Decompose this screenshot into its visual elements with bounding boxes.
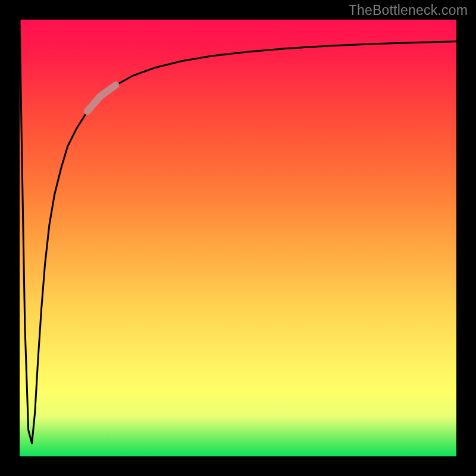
curve-layer — [20, 20, 456, 456]
chart-frame: TheBottleneck.com — [0, 0, 476, 476]
highlight-segment — [87, 85, 116, 111]
bottleneck-curve — [20, 20, 456, 443]
watermark-text: TheBottleneck.com — [349, 2, 468, 18]
